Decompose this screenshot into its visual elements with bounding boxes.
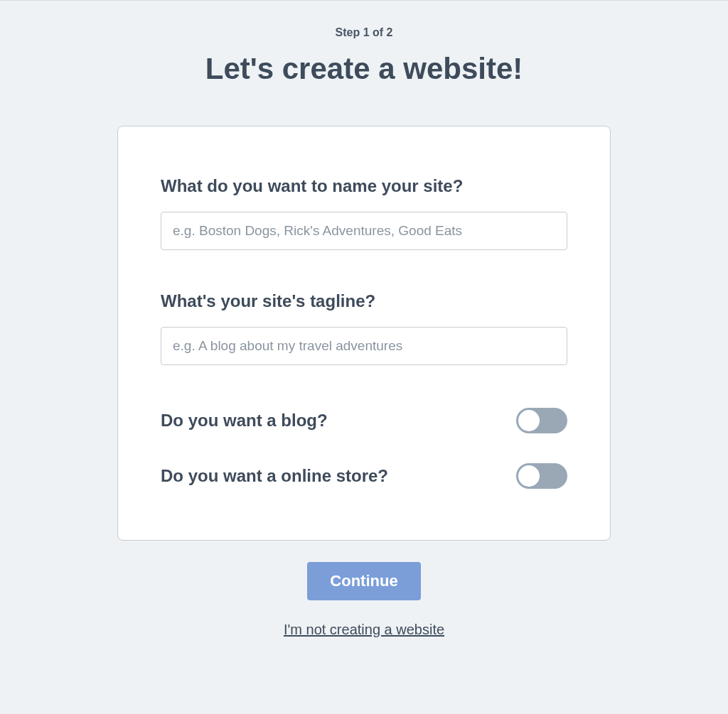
site-name-field: What do you want to name your site? [161,176,567,250]
toggle-knob-icon [518,410,540,431]
tagline-label: What's your site's tagline? [161,291,567,311]
store-toggle-row: Do you want a online store? [161,463,567,489]
skip-link[interactable]: I'm not creating a website [284,622,444,638]
store-toggle-label: Do you want a online store? [161,466,388,486]
blog-toggle[interactable] [516,408,567,433]
setup-card: What do you want to name your site? What… [117,126,611,541]
tagline-input[interactable] [161,327,567,365]
page-title: Let's create a website! [205,52,523,86]
step-indicator: Step 1 of 2 [336,26,393,39]
site-name-input[interactable] [161,212,567,250]
blog-toggle-row: Do you want a blog? [161,408,567,433]
blog-toggle-label: Do you want a blog? [161,411,328,431]
continue-button[interactable]: Continue [307,562,420,600]
toggle-knob-icon [518,465,540,487]
tagline-field: What's your site's tagline? [161,291,567,365]
site-name-label: What do you want to name your site? [161,176,567,196]
store-toggle[interactable] [516,463,567,489]
